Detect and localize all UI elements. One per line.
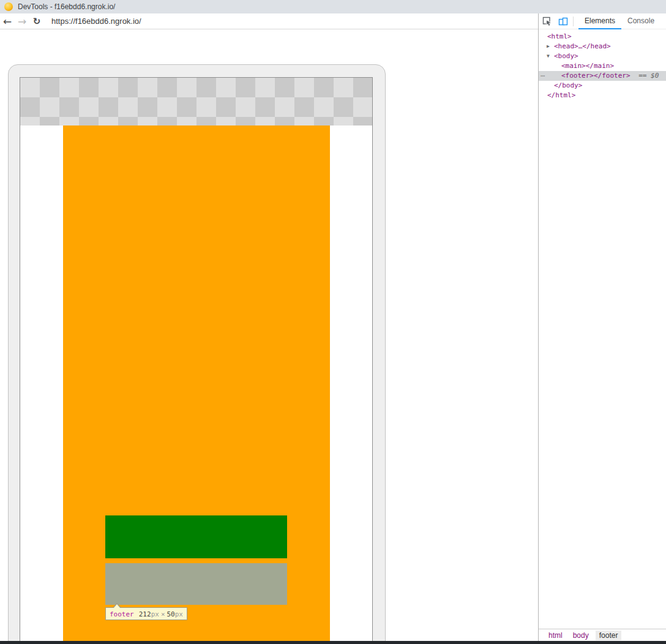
tree-row-head[interactable]: ▶ <head>…</head> xyxy=(539,42,666,51)
expand-arrow-icon[interactable]: ▶ xyxy=(547,42,553,51)
browser-navbar: ← → ↻ https://f16ebdd6.ngrok.io/ xyxy=(0,13,538,29)
breadcrumb-body[interactable]: body xyxy=(569,631,593,640)
tooltip-width-unit: px xyxy=(151,610,159,618)
breadcrumb: html body footer xyxy=(539,629,666,641)
taskbar-edge xyxy=(0,641,666,644)
devtools-toolbar: Elements Console xyxy=(539,13,666,29)
chrome-canary-icon xyxy=(4,2,13,11)
page-main-element xyxy=(105,515,287,558)
tab-console[interactable]: Console xyxy=(621,13,660,29)
tooltip-height-value: 50 xyxy=(167,610,175,618)
devtools-window: DevTools - f16ebdd6.ngrok.io/ ← → ↻ http… xyxy=(0,0,666,644)
toolbar-separator xyxy=(573,17,574,26)
devtools-panel: Elements Console <html> ▶ <head>…</head>… xyxy=(538,13,666,641)
toggle-device-toolbar-icon[interactable] xyxy=(558,17,568,26)
more-actions-icon[interactable]: … xyxy=(541,69,545,79)
device-viewport[interactable]: footer212px×50px xyxy=(20,77,373,643)
collapse-arrow-icon[interactable]: ▼ xyxy=(547,51,553,61)
tree-row-main[interactable]: <main></main> xyxy=(539,61,666,71)
console-ref-badge: == $0 xyxy=(638,72,659,80)
inspect-element-icon[interactable] xyxy=(542,17,552,26)
tree-row-body-open[interactable]: ▼ <body> xyxy=(539,51,666,61)
tree-row-html-open[interactable]: <html> xyxy=(539,32,666,42)
tree-row-html-close[interactable]: </html> xyxy=(539,91,666,100)
window-title: DevTools - f16ebdd6.ngrok.io/ xyxy=(18,2,115,11)
tree-row-body-close[interactable]: </body> xyxy=(539,81,666,91)
address-bar-url[interactable]: https://f16ebdd6.ngrok.io/ xyxy=(51,17,141,26)
refresh-icon[interactable]: ↻ xyxy=(29,14,44,29)
tooltip-caret-fill xyxy=(113,604,121,608)
inspect-size-tooltip: footer212px×50px xyxy=(105,607,187,620)
transparency-checkerboard xyxy=(20,78,372,125)
window-titlebar: DevTools - f16ebdd6.ngrok.io/ xyxy=(0,0,666,13)
tab-elements[interactable]: Elements xyxy=(578,13,621,29)
breadcrumb-footer[interactable]: footer xyxy=(596,631,622,640)
dom-tree: <html> ▶ <head>…</head> ▼ <body> <main><… xyxy=(539,29,666,100)
tooltip-height-unit: px xyxy=(175,610,183,618)
breadcrumb-html[interactable]: html xyxy=(545,631,566,640)
tree-row-footer-selected[interactable]: … <footer></footer> == $0 xyxy=(539,71,666,81)
tooltip-tag-name: footer xyxy=(110,610,134,618)
forward-icon[interactable]: → xyxy=(15,14,29,29)
device-emulation-area: footer212px×50px xyxy=(0,29,538,641)
tooltip-times-sign: × xyxy=(161,610,165,618)
back-icon[interactable]: ← xyxy=(0,14,15,29)
tooltip-width-value: 212 xyxy=(139,610,151,618)
page-footer-highlight-overlay xyxy=(105,563,287,605)
